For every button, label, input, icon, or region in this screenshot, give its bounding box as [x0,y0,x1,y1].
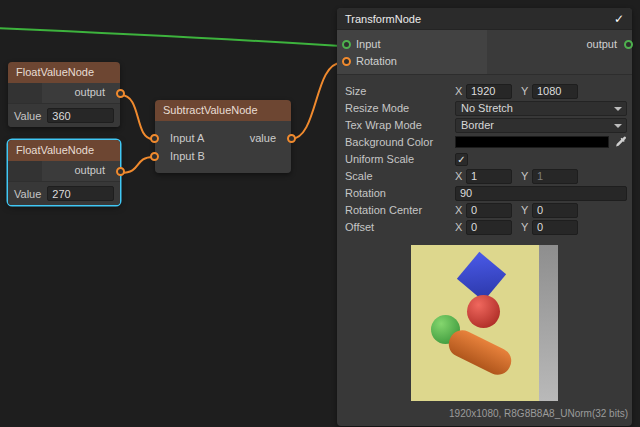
node-body: output Value [8,161,120,205]
tex-wrap-mode-dropdown[interactable]: Border [455,118,627,133]
input-b-label: Input B [170,150,205,162]
rotation-row: Rotation [345,185,628,201]
output-port[interactable] [624,40,633,49]
rotation-center-x-input[interactable] [466,203,512,218]
transform-node[interactable]: TransformNode ✓ Input Rotation output [337,8,632,426]
input-a-row: Input A value [155,129,291,147]
node-title-bar[interactable]: TransformNode ✓ [337,8,632,30]
subtract-value-node[interactable]: SubtractValueNode Input A value Input B [155,100,291,173]
output-port-label: output [586,36,617,53]
background-color-row: Background Color [345,134,628,150]
x-label: X [455,85,466,97]
uniform-scale-checkbox[interactable]: ✓ [455,153,468,166]
input-column [8,83,42,103]
input-port-row: Input [337,36,487,53]
preview-red-sphere [467,295,500,328]
x-label: X [455,170,466,182]
value-input[interactable] [47,186,114,201]
rotation-center-y-input[interactable] [532,203,578,218]
dropdown-value: No Stretch [461,102,513,114]
size-y-input[interactable] [532,84,578,99]
output-port[interactable] [116,167,125,176]
output-port[interactable] [116,89,125,98]
input-b-row: Input B [155,147,291,165]
rotation-port[interactable] [342,57,351,66]
value-row: Value [8,104,120,127]
uniform-scale-label: Uniform Scale [345,153,455,165]
edge-subtract-to-rotation[interactable] [291,63,341,139]
input-ports: Input Rotation [337,30,487,74]
rotation-input[interactable] [455,186,627,201]
offset-row: Offset X Y [345,219,628,235]
properties-panel: Size X Y Resize Mode No Stretch Tex Wrap… [337,75,632,235]
preview-blue-cube [457,252,506,301]
rotation-port-label: Rotation [356,55,397,67]
node-graph-canvas[interactable]: FloatValueNode output Value FloatValueNo… [0,0,640,427]
y-label: Y [521,204,532,216]
scale-x-input[interactable] [466,169,512,184]
output-port[interactable] [287,134,296,143]
chevron-down-icon [614,107,622,111]
y-label: Y [521,221,532,233]
edge-float2-to-inputB[interactable] [121,157,153,173]
ports-section: Input Rotation output [337,30,632,75]
tex-wrap-mode-label: Tex Wrap Mode [345,119,455,131]
resize-mode-row: Resize Mode No Stretch [345,100,628,116]
value-input[interactable] [47,108,114,123]
size-row: Size X Y [345,83,628,99]
rotation-label: Rotation [345,187,455,199]
float-value-node-2[interactable]: FloatValueNode output Value [8,140,120,205]
x-label: X [455,221,466,233]
rotation-port-row: Rotation [337,53,487,70]
node-body: Input A value Input B [155,121,291,173]
y-label: Y [521,85,532,97]
eyedropper-icon[interactable] [615,136,627,148]
node-title[interactable]: FloatValueNode [8,62,120,83]
edge-float1-to-inputA[interactable] [121,95,153,139]
color-swatch[interactable] [455,136,609,148]
scale-row: Scale X Y [345,168,628,184]
offset-x-input[interactable] [466,220,512,235]
input-port-label: Input [356,38,380,50]
value-label: Value [14,110,41,122]
rotation-center-row: Rotation Center X Y [345,202,628,218]
preview-image [411,245,558,401]
node-title[interactable]: FloatValueNode [8,140,120,161]
size-x-input[interactable] [466,84,512,99]
edge-green-to-input[interactable] [0,28,341,46]
input-column [8,161,42,181]
input-a-port[interactable] [150,134,159,143]
x-label: X [455,204,466,216]
input-port[interactable] [342,40,351,49]
value-row: Value [8,182,120,205]
output-row: output [8,161,120,182]
tex-wrap-mode-row: Tex Wrap Mode Border [345,117,628,133]
scale-label: Scale [345,170,455,182]
output-port-label: value [250,129,276,147]
rotation-center-label: Rotation Center [345,204,455,216]
texture-format-info: 1920x1080, R8G8B8A8_UNorm(32 bits) [337,405,632,426]
size-label: Size [345,85,455,97]
input-a-label: Input A [170,132,204,144]
node-body: output Value [8,83,120,127]
offset-label: Offset [345,221,455,233]
enabled-check-icon[interactable]: ✓ [614,12,624,26]
float-value-node-1[interactable]: FloatValueNode output Value [8,62,120,127]
node-title: TransformNode [345,13,421,25]
y-label: Y [521,170,532,182]
dropdown-value: Border [461,119,494,131]
resize-mode-label: Resize Mode [345,102,455,114]
output-port-label: output [74,164,105,176]
uniform-scale-row: Uniform Scale ✓ [345,151,628,167]
input-b-port[interactable] [150,152,159,161]
preview-gray-wall [539,245,558,401]
offset-y-input[interactable] [532,220,578,235]
output-row: output [8,83,120,104]
output-port-label: output [74,86,105,98]
preview-orange-cylinder [444,326,515,379]
background-color-label: Background Color [345,136,455,148]
scale-y-input [532,169,578,184]
value-label: Value [14,188,41,200]
node-title[interactable]: SubtractValueNode [155,100,291,121]
resize-mode-dropdown[interactable]: No Stretch [455,101,627,116]
